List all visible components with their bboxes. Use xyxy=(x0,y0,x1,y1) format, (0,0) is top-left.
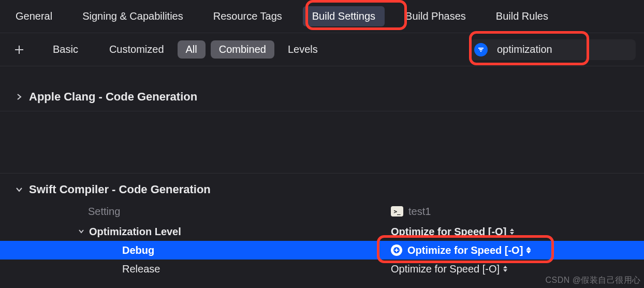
setting-label: Optimization Level xyxy=(89,226,181,238)
section-title: Apple Clang - Code Generation xyxy=(29,90,197,104)
column-setting-header: Setting xyxy=(0,206,391,218)
plus-circle-icon[interactable] xyxy=(391,244,402,256)
section-title: Swift Compiler - Code Generation xyxy=(29,183,211,196)
svg-marker-5 xyxy=(510,228,514,231)
stepper-icon[interactable] xyxy=(526,247,531,253)
filter-customized[interactable]: Customized xyxy=(101,40,172,59)
stepper-icon[interactable] xyxy=(503,266,508,272)
tab-build-settings[interactable]: Build Settings xyxy=(303,6,385,26)
filter-basic[interactable]: Basic xyxy=(45,40,86,59)
filter-bar: Basic Customized All Combined Levels xyxy=(0,33,644,66)
svg-marker-13 xyxy=(503,269,507,272)
column-target-header: >_ test1 xyxy=(391,206,644,218)
target-name: test1 xyxy=(408,206,431,218)
svg-marker-11 xyxy=(526,251,531,253)
filter-combined[interactable]: Combined xyxy=(211,40,274,59)
search-input[interactable] xyxy=(497,44,611,55)
setting-value[interactable]: Optimize for Speed [-O] xyxy=(407,244,523,256)
target-icon: >_ xyxy=(391,206,403,217)
stepper-icon[interactable] xyxy=(509,228,515,235)
tab-resource-tags[interactable]: Resource Tags xyxy=(204,6,291,26)
tab-build-rules[interactable]: Build Rules xyxy=(487,6,558,26)
empty-area xyxy=(0,111,644,174)
svg-marker-12 xyxy=(503,266,507,268)
svg-marker-10 xyxy=(526,247,531,250)
tab-general[interactable]: General xyxy=(6,6,62,26)
filter-levels[interactable]: Levels xyxy=(280,40,326,59)
main-tab-bar: General Signing & Capabilities Resource … xyxy=(0,0,644,33)
setting-label: Debug xyxy=(122,244,154,256)
setting-debug[interactable]: Debug Optimize for Speed [-O] xyxy=(0,241,644,260)
svg-marker-6 xyxy=(510,232,514,235)
chevron-down-icon xyxy=(14,185,24,194)
section-swift-compiler[interactable]: Swift Compiler - Code Generation xyxy=(0,179,644,200)
setting-value[interactable]: Optimize for Speed [-O] xyxy=(391,226,506,238)
setting-value[interactable]: Optimize for Speed [-O] xyxy=(391,263,500,275)
filter-all[interactable]: All xyxy=(178,40,206,59)
section-apple-clang[interactable]: Apple Clang - Code Generation xyxy=(0,86,644,111)
watermark: CSDN @假装自己很用心 xyxy=(545,275,641,286)
tab-build-phases[interactable]: Build Phases xyxy=(396,6,475,26)
tab-signing[interactable]: Signing & Capabilities xyxy=(73,6,193,26)
add-button[interactable] xyxy=(12,43,26,56)
chevron-right-icon xyxy=(14,92,24,102)
columns-header: Setting >_ test1 xyxy=(0,200,644,222)
setting-optimization-level[interactable]: Optimization Level Optimize for Speed [-… xyxy=(0,222,644,241)
chevron-down-icon xyxy=(78,228,85,235)
settings-content: Apple Clang - Code Generation Swift Comp… xyxy=(0,66,644,278)
setting-label: Release xyxy=(122,263,160,275)
filter-icon xyxy=(474,43,488,56)
search-field[interactable] xyxy=(470,39,636,60)
